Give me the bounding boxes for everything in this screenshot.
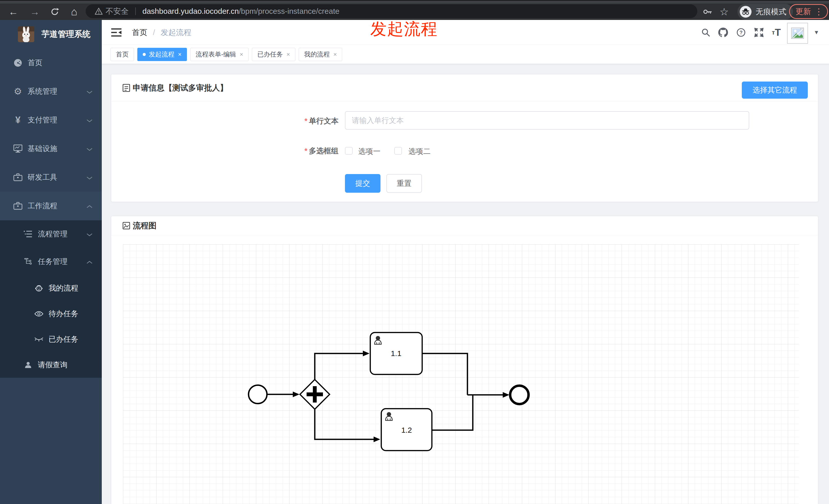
sidebar-item-label: 请假查询 [38, 360, 68, 370]
tab-form-edit[interactable]: 流程表单-编辑 × [190, 48, 249, 61]
browser-chrome: ← → ⌂ 不安全 dashboard.yudao.iocoder.cn/bpm… [0, 0, 829, 20]
tags-view-bar: 首页 发起流程 × 流程表单-编辑 × 已办任务 × 我的流程 × [102, 45, 829, 64]
bpmn-user-task-1[interactable]: 1.1 [370, 333, 422, 375]
bpmn-user-task-2[interactable]: 1.2 [381, 409, 432, 451]
eye-closed-icon [33, 337, 44, 342]
sidebar-item-pay[interactable]: ¥ 支付管理 [0, 106, 102, 134]
sidebar-item-process-mgmt[interactable]: 流程管理 [0, 220, 102, 248]
breadcrumb-home[interactable]: 首页 [132, 27, 147, 38]
checkbox-option-2[interactable] [394, 147, 402, 155]
bpmn-diagram: 1.1 1.2 [123, 244, 799, 504]
tab-label: 首页 [116, 50, 129, 59]
monitor-icon [12, 144, 24, 153]
chevron-down-icon [86, 87, 93, 96]
browser-forward-button[interactable]: → [27, 4, 43, 20]
browser-update-button[interactable]: 更新 ⋮ [789, 4, 828, 19]
sidebar-item-label: 待办任务 [48, 309, 78, 319]
tab-my-process[interactable]: 我的流程 × [299, 48, 342, 61]
bpmn-start-event[interactable] [249, 385, 267, 403]
tab-label: 流程表单-编辑 [195, 50, 236, 59]
gear-icon: ⚙ [12, 86, 24, 97]
sidebar-item-home[interactable]: 首页 [0, 48, 102, 77]
process-diagram-card-header: 流程图 [111, 216, 818, 235]
browser-tabstrip [0, 0, 829, 4]
sidebar-collapse-button[interactable] [107, 20, 125, 45]
tab-close-icon[interactable]: × [286, 51, 290, 58]
user-avatar[interactable] [787, 23, 808, 44]
checkbox-option-2-label[interactable]: 选项二 [408, 147, 431, 157]
sidebar-item-label: 研发工具 [28, 172, 57, 183]
address-divider [135, 7, 136, 15]
tab-close-icon[interactable]: × [333, 51, 337, 58]
app-title: 芋道管理系统 [41, 29, 91, 40]
process-diagram-title: 流程图 [133, 220, 156, 231]
sidebar-item-infra[interactable]: 基础设施 [0, 134, 102, 163]
person-icon [23, 361, 34, 369]
url-path: /bpm/process-instance/create [239, 7, 339, 15]
required-mark: * [304, 117, 308, 125]
breadcrumb-separator: / [153, 28, 155, 37]
single-text-input[interactable] [345, 111, 749, 129]
tab-label: 发起流程 [149, 50, 174, 59]
sidebar-item-task-mgmt[interactable]: 任务管理 [0, 248, 102, 275]
eye-icon [33, 311, 44, 317]
browser-address-bar[interactable]: 不安全 dashboard.yudao.iocoder.cn/bpm/proce… [86, 4, 697, 18]
tab-done-tasks[interactable]: 已办任务 × [252, 48, 295, 61]
sidebar-item-my-process[interactable]: 我的流程 [0, 275, 102, 301]
font-size-small-glyph: т [772, 29, 775, 36]
sidebar-workflow-submenu: 流程管理 任务管理 [0, 220, 102, 378]
apply-info-card-header: 申请信息【测试多审批人】 [111, 74, 818, 102]
logo-avatar [18, 26, 34, 42]
chevron-up-icon [86, 258, 93, 266]
select-other-process-button[interactable]: 选择其它流程 [742, 81, 808, 99]
document-icon [122, 84, 130, 92]
checkbox-option-1-label[interactable]: 选项一 [358, 147, 381, 157]
reset-button[interactable]: 重置 [386, 174, 422, 193]
tab-start-process[interactable]: 发起流程 × [137, 48, 187, 61]
header-search-button[interactable] [698, 20, 713, 45]
incognito-label: 无痕模式 [756, 7, 786, 17]
tab-close-icon[interactable]: × [240, 51, 243, 58]
submit-button[interactable]: 提交 [345, 174, 381, 193]
sidebar-item-label: 任务管理 [38, 257, 68, 267]
bookmark-star-button[interactable]: ☆ [716, 4, 732, 20]
checkbox-group-label: *多选框组 [111, 146, 338, 156]
dashboard-icon [12, 58, 24, 68]
browser-home-button[interactable]: ⌂ [66, 4, 82, 20]
top-navbar: 首页 / 发起流程 ? [102, 20, 829, 45]
tab-close-icon[interactable]: × [178, 51, 182, 58]
sidebar-item-devtools[interactable]: 研发工具 [0, 163, 102, 192]
bpmn-task-2-label: 1.2 [401, 426, 412, 434]
browser-back-button[interactable]: ← [5, 4, 22, 20]
sidebar-item-system[interactable]: ⚙ 系统管理 [0, 77, 102, 106]
github-link[interactable] [716, 20, 731, 45]
fullscreen-button[interactable] [751, 20, 767, 45]
sidebar-logo[interactable]: 芋道管理系统 [0, 20, 102, 48]
tab-home[interactable]: 首页 [110, 48, 134, 61]
chevron-down-icon [86, 116, 93, 124]
question-circle-icon: ? [736, 28, 746, 37]
bpmn-end-event[interactable] [510, 386, 529, 404]
process-diagram-card: 流程图 [111, 216, 818, 504]
sidebar-item-leave-query[interactable]: 请假查询 [0, 352, 102, 378]
avatar-dropdown-caret-icon[interactable]: ▼ [814, 20, 819, 45]
not-secure-warning-icon [95, 8, 103, 15]
font-size-button[interactable]: тT [768, 20, 785, 45]
bpmn-task-1-label: 1.1 [391, 349, 401, 357]
browser-menu-kebab-icon[interactable]: ⋮ [815, 6, 823, 16]
sidebar-item-done-tasks[interactable]: 已办任务 [0, 326, 102, 352]
sidebar-item-workflow[interactable]: 工作流程 [0, 192, 102, 220]
sidebar-item-label: 首页 [28, 58, 42, 68]
list-tree-icon [23, 230, 34, 238]
browser-reload-button[interactable] [46, 4, 63, 20]
help-button[interactable]: ? [733, 20, 749, 45]
password-key-icon[interactable] [699, 4, 716, 20]
bpmn-canvas[interactable]: 1.1 1.2 [123, 244, 799, 504]
toolbox-icon [12, 202, 24, 210]
checkbox-option-1[interactable] [345, 147, 353, 155]
key-icon [703, 9, 712, 15]
hamburger-indent-icon [111, 28, 121, 37]
bpmn-parallel-gateway[interactable] [300, 380, 330, 409]
single-text-label: *单行文本 [111, 116, 338, 126]
sidebar-item-todo-tasks[interactable]: 待办任务 [0, 301, 102, 326]
